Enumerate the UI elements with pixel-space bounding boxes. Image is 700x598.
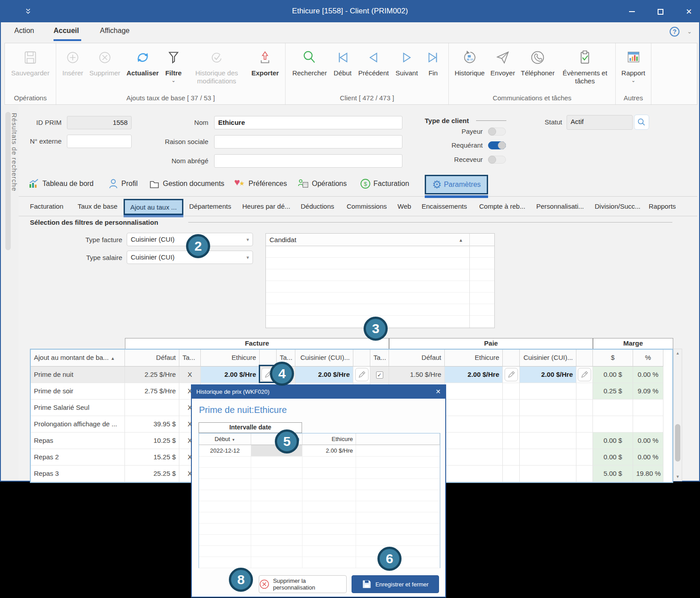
cell-paie-ethicure[interactable]: 2.00 $/Hre	[445, 367, 503, 383]
column-header-dollar[interactable]: $	[593, 350, 633, 367]
menu-tab-action[interactable]: Action	[14, 27, 34, 35]
cell-name[interactable]: Repas 3	[31, 466, 125, 482]
cell-marge-dollar[interactable]	[593, 416, 633, 433]
subtab-personnalisation[interactable]: Personnalisati...	[536, 202, 584, 210]
no-externe-field[interactable]	[67, 135, 132, 148]
exporter-button[interactable]: Exporter	[251, 46, 279, 77]
cell-marge-dollar[interactable]: 0.00 $	[593, 367, 633, 383]
search-results-side-panel[interactable]: Résultats de recherche	[2, 106, 19, 481]
column-header-ta[interactable]: Ta...	[179, 350, 201, 367]
cell-marge-dollar[interactable]	[593, 400, 633, 416]
cell-edit[interactable]	[576, 367, 593, 383]
evenements-button[interactable]: Évènements et tâches	[560, 46, 609, 85]
tab-preferences[interactable]: ♥ ★ Préférences	[234, 178, 287, 189]
rechercher-button[interactable]: Rechercher	[292, 46, 327, 77]
tab-profil[interactable]: Profil	[108, 178, 137, 189]
cell-defaut[interactable]: 2.25 $/Hre	[125, 367, 179, 383]
subtab-web[interactable]: Web	[398, 202, 411, 210]
dialog-close-button[interactable]: ✕	[435, 388, 441, 395]
receveur-toggle[interactable]	[488, 156, 506, 164]
nom-abrege-field[interactable]	[214, 154, 402, 168]
tab-tableau-de-bord[interactable]: Tableau de bord	[28, 178, 94, 189]
statut-search-button[interactable]	[634, 115, 649, 130]
column-header-paie-ethicure[interactable]: Ethicure	[445, 350, 503, 367]
cell-paie-cuisinier[interactable]: 2.00 $/Hre	[520, 367, 576, 383]
actualiser-button[interactable]: Actualiser	[126, 46, 159, 77]
cell-name[interactable]: Repas 2	[31, 449, 125, 466]
filtre-button[interactable]: Filtre ⌄	[165, 46, 182, 83]
ribbon-collapse-chevron-icon[interactable]: ⌄	[687, 28, 692, 35]
raison-sociale-field[interactable]	[214, 135, 402, 148]
subtab-compte-a-rebours[interactable]: Compte à reb...	[479, 202, 525, 210]
column-header-ethicure[interactable]: Ethicure	[302, 433, 356, 445]
edit-pencil-button[interactable]	[505, 368, 518, 381]
requerant-toggle[interactable]	[488, 141, 506, 149]
sauvegarder-button[interactable]: Sauvegarder	[11, 46, 50, 77]
candidat-list[interactable]: Candidat ▲	[265, 233, 495, 328]
cell-defaut[interactable]: 15.25 $	[125, 449, 179, 466]
cell-marge-dollar[interactable]: 0.25 $	[593, 383, 633, 400]
cell-defaut[interactable]: 39.95 $	[125, 416, 179, 433]
cell-defaut[interactable]: 10.25 $	[125, 433, 179, 449]
subtab-departements[interactable]: Départements	[189, 202, 231, 210]
cell-name[interactable]: Repas	[31, 433, 125, 449]
cell-defaut[interactable]	[125, 400, 179, 416]
cell-debut[interactable]: 2022-12-12	[199, 445, 251, 457]
cell-marge-percent[interactable]: 0.00 %	[633, 449, 663, 466]
close-button[interactable]: ✕	[682, 5, 696, 18]
cell-marge-percent[interactable]: 0.00 %	[633, 367, 663, 383]
cell-edit[interactable]	[353, 367, 370, 383]
envoyer-button[interactable]: Envoyer	[490, 46, 515, 77]
subtab-taux-de-base[interactable]: Taux de base	[78, 202, 117, 210]
fin-button[interactable]: Fin	[425, 46, 442, 77]
column-header-defaut[interactable]: Défaut	[125, 350, 179, 367]
enregistrer-fermer-button[interactable]: Enregistrer et fermer	[352, 575, 439, 593]
cell-marge-dollar[interactable]: 5.00 $	[593, 466, 633, 482]
debut-button[interactable]: Début	[334, 46, 352, 77]
menu-tab-affichage[interactable]: Affichage	[100, 27, 129, 35]
cell-name[interactable]: Prolongation affichage de ...	[31, 416, 125, 433]
table-row[interactable]: 2022-12-12 2.00 $/Hre	[199, 445, 440, 457]
cell-name[interactable]: Prime Salarié Seul	[31, 400, 125, 416]
historique-modifications-button[interactable]: Historique des modifications	[188, 46, 245, 85]
column-header-ethicure[interactable]: Ethicure	[201, 350, 260, 367]
cell-marge-percent[interactable]: 9.09 %	[633, 383, 663, 400]
tab-operations[interactable]: Opérations	[298, 178, 347, 189]
supprimer-button[interactable]: Supprimer	[89, 46, 120, 77]
tab-gestion-documents[interactable]: Gestion documents	[149, 178, 224, 189]
column-header-name[interactable]: Ajout au montant de ba... ▲	[31, 350, 125, 367]
edit-pencil-button[interactable]	[355, 368, 369, 381]
nom-field[interactable]: Ethicure	[214, 116, 402, 129]
historique-button[interactable]: Historique	[455, 46, 485, 77]
precedent-button[interactable]: Précédent	[358, 46, 389, 77]
column-header-ta[interactable]: Ta...	[370, 350, 389, 367]
cell-marge-percent[interactable]	[633, 416, 663, 433]
cell-marge-percent[interactable]: 19.80 %	[633, 466, 663, 482]
payeur-toggle[interactable]	[488, 128, 506, 136]
cell-name[interactable]: Prime de nuit	[31, 367, 125, 383]
inserer-button[interactable]: Insérer	[62, 46, 83, 77]
cell-defaut[interactable]: 2.75 $/Hre	[125, 383, 179, 400]
table-scrollbar[interactable]: ▲ ▼	[673, 349, 682, 481]
column-header-paie-defaut[interactable]: Défaut	[389, 350, 445, 367]
column-header-cuisinier[interactable]: Cuisinier (CUI)...	[295, 350, 353, 367]
subtab-ajout-au-taux[interactable]: Ajout au taux ...	[124, 199, 183, 215]
cell-taxable[interactable]: X	[179, 367, 201, 383]
price-history-table[interactable]: Début ▼ Fin Ethicure 2022-12-12 2.00 $/H…	[199, 433, 440, 568]
cell-facture-ethicure[interactable]: 2.00 $/Hre	[201, 367, 260, 383]
tab-parametres[interactable]: ⚙ Paramètres	[425, 175, 488, 194]
scroll-up-icon[interactable]: ▲	[674, 351, 682, 355]
column-header-percent[interactable]: %	[633, 350, 663, 367]
cell-marge-percent[interactable]: 0.00 %	[633, 433, 663, 449]
subtab-encaissements[interactable]: Encaissements	[422, 202, 467, 210]
scrollbar-thumb[interactable]	[675, 424, 680, 462]
subtab-rapports[interactable]: Rapports	[649, 202, 676, 210]
supprimer-personnalisation-button[interactable]: Supprimer la personnalisation	[259, 575, 347, 593]
subtab-heures[interactable]: Heures par dé...	[242, 202, 290, 210]
column-header-debut[interactable]: Début ▼	[199, 433, 251, 445]
cell-ethicure[interactable]: 2.00 $/Hre	[302, 445, 356, 457]
cell-name[interactable]: Prime de soir	[31, 383, 125, 400]
suivant-button[interactable]: Suivant	[396, 46, 418, 77]
cell-taxable-checkbox[interactable]: ✓	[370, 367, 389, 383]
cell-defaut[interactable]: 25.25 $	[125, 466, 179, 482]
